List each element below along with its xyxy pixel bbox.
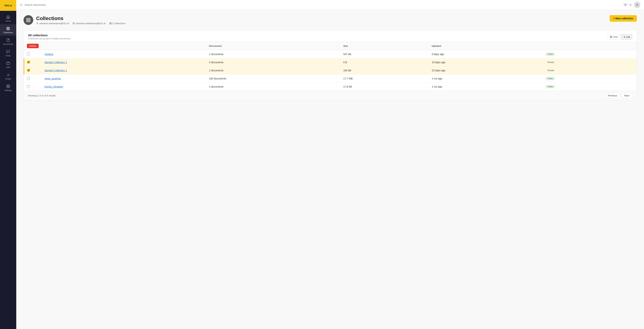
svg-point-16 xyxy=(37,22,38,23)
row-checkbox-cell xyxy=(24,66,42,75)
svg-rect-19 xyxy=(110,23,110,24)
row-visibility: Private xyxy=(543,58,636,66)
visibility-badge: Private xyxy=(546,69,556,72)
svg-rect-14 xyxy=(26,20,28,22)
col-checkbox: Delete xyxy=(24,42,42,50)
col-documents: Documents xyxy=(206,42,340,50)
row-size: 547 kB xyxy=(340,50,429,58)
documents-icon xyxy=(6,38,10,42)
row-documents: 1 documents xyxy=(206,83,340,91)
row-size: 164 kB xyxy=(340,66,429,75)
sidebar-item-usage[interactable]: Usage xyxy=(0,70,16,82)
row-checkbox[interactable] xyxy=(27,69,30,72)
list-view-button[interactable]: List xyxy=(621,34,632,39)
table-footer: Showing 1 to 5 of 5 results Previous Nex… xyxy=(24,91,636,100)
visibility-badge: Private xyxy=(546,60,556,64)
page-title-wrap: Collections sherene.mahanama@h2o.ai sher… xyxy=(36,15,126,25)
row-name: Sample Collection 1 xyxy=(42,66,206,75)
kbd-k: k xyxy=(629,3,632,6)
grid-view-button[interactable]: Grid xyxy=(608,34,620,39)
row-updated: 23 days ago xyxy=(429,66,543,75)
svg-rect-4 xyxy=(7,62,10,65)
visibility-badge: Public xyxy=(546,85,555,88)
table-header: All collections Collections are groups o… xyxy=(24,30,636,42)
svg-point-9 xyxy=(20,4,22,6)
row-updated: 6 days ago xyxy=(429,50,543,58)
meta-count: 5 collections xyxy=(109,22,126,25)
table-description: Collections are groups of related docume… xyxy=(28,37,71,40)
topbar-right xyxy=(634,2,640,8)
sidebar-item-jobs[interactable]: Jobs xyxy=(0,59,16,70)
sidebar-item-settings[interactable]: Settings xyxy=(0,82,16,93)
home-icon xyxy=(6,15,10,19)
row-checkbox[interactable] xyxy=(27,85,30,88)
row-checkbox-cell xyxy=(24,58,42,66)
usage-icon xyxy=(6,73,10,77)
row-checkbox[interactable] xyxy=(27,77,30,80)
logo[interactable]: H2O.ai xyxy=(0,0,16,11)
pagination-info: Showing 1 to 5 of 5 results xyxy=(28,94,56,97)
row-checkbox-cell xyxy=(24,50,42,58)
row-updated: 1 mo ago xyxy=(429,83,543,91)
page-content: Collections sherene.mahanama@h2o.ai sher… xyxy=(16,10,644,329)
svg-point-8 xyxy=(8,86,9,87)
sidebar-item-documents[interactable]: Documents xyxy=(0,36,16,47)
table-row: Sample Collection 20 documents0 B19 days… xyxy=(24,58,637,66)
svg-rect-23 xyxy=(610,37,611,38)
svg-rect-0 xyxy=(7,27,8,28)
page-title: Collections xyxy=(36,15,126,21)
row-visibility: Public xyxy=(543,75,636,83)
meta-email: sherene.mahanama@h2o.ai xyxy=(73,22,106,25)
new-collection-button[interactable]: + New collection xyxy=(610,15,637,22)
page-icon xyxy=(24,15,33,25)
next-button[interactable]: Next xyxy=(621,93,632,98)
sidebar-item-home[interactable]: Home xyxy=(0,13,16,24)
row-documents: 1 documents xyxy=(206,50,340,58)
row-name: Sample Collection 2 xyxy=(42,58,206,66)
visibility-badge: Public xyxy=(546,52,555,56)
row-checkbox-cell xyxy=(24,83,42,91)
table-row: medical1 documents547 kB6 days agoPublic xyxy=(24,50,637,58)
row-name: Doctor_Dictation xyxy=(42,83,206,91)
col-name xyxy=(42,42,206,50)
jobs-icon xyxy=(6,61,10,65)
collection-name-link[interactable]: Sample Collection 2 xyxy=(44,61,67,64)
col-visibility xyxy=(543,42,636,50)
collection-name-link[interactable]: Sample Collection 1 xyxy=(44,69,67,72)
collection-name-link[interactable]: medical xyxy=(44,53,53,56)
row-visibility: Private xyxy=(543,66,636,75)
svg-rect-22 xyxy=(611,36,612,37)
search-icon xyxy=(20,3,23,6)
row-checkbox-cell xyxy=(24,75,42,83)
user-avatar-button[interactable] xyxy=(634,2,640,8)
svg-line-10 xyxy=(22,5,22,6)
collection-name-link[interactable]: news_analysis xyxy=(44,77,61,80)
search-input-wrap: ⌘ k xyxy=(24,3,632,6)
row-checkbox[interactable] xyxy=(27,52,30,55)
row-size: 17.7 MB xyxy=(340,75,429,83)
page-header: Collections sherene.mahanama@h2o.ai sher… xyxy=(24,15,637,25)
page-meta: sherene.mahanama@h2o.ai sherene.mahanama… xyxy=(36,22,126,25)
collections-table-section: All collections Collections are groups o… xyxy=(24,30,637,101)
svg-rect-24 xyxy=(611,37,612,38)
sidebar: H2O.ai Home Collections Documents xyxy=(0,0,16,329)
sidebar-item-chats[interactable]: Chats xyxy=(0,47,16,59)
gear-icon xyxy=(6,84,10,88)
row-size: 17.6 kB xyxy=(340,83,429,91)
collection-name-link[interactable]: Doctor_Dictation xyxy=(44,85,63,88)
svg-rect-12 xyxy=(26,18,28,20)
previous-button[interactable]: Previous xyxy=(605,93,620,98)
visibility-badge: Public xyxy=(546,77,555,80)
delete-button[interactable]: Delete xyxy=(27,44,39,48)
row-name: medical xyxy=(42,50,206,58)
svg-rect-15 xyxy=(29,20,30,22)
search-input[interactable] xyxy=(24,3,622,6)
kbd-command: ⌘ xyxy=(624,3,628,6)
meta-collection-count: 5 collections xyxy=(112,22,126,25)
row-checkbox[interactable] xyxy=(27,61,30,63)
svg-rect-21 xyxy=(610,36,611,37)
svg-rect-1 xyxy=(8,27,10,28)
col-size: Size xyxy=(340,42,429,50)
collections-icon xyxy=(6,26,10,31)
sidebar-item-collections[interactable]: Collections xyxy=(0,24,16,36)
